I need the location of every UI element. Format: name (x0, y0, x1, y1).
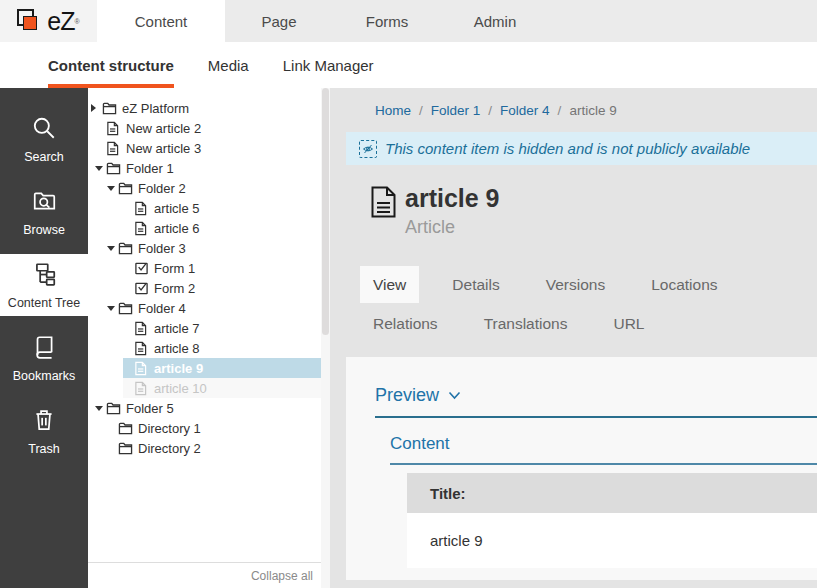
tree-item-label: Folder 3 (138, 241, 186, 256)
sidebar-item-label: Content Tree (8, 296, 80, 310)
hidden-notice-text: This content item is hidden and is not p… (385, 140, 750, 157)
tab-relations[interactable]: Relations (360, 305, 451, 342)
breadcrumb-link-folder-1[interactable]: Folder 1 (431, 103, 481, 118)
tree-item-directory-2[interactable]: Directory 2 (107, 438, 321, 458)
preview-heading: Preview (375, 385, 439, 406)
secondary-tab-link-manager[interactable]: Link Manager (283, 42, 374, 88)
folder-icon (106, 161, 121, 175)
tree-item-form-2[interactable]: Form 2 (123, 278, 321, 298)
field-label: Title: (407, 473, 817, 513)
form-icon (134, 261, 149, 275)
ez-logo[interactable]: eZ ® (0, 0, 97, 42)
tree-expanded-arrow-icon[interactable] (107, 246, 118, 251)
tree-expanded-arrow-icon[interactable] (95, 166, 106, 171)
bookmarks-icon (31, 334, 57, 369)
content-tree-panel: eZ PlatformNew article 2New article 3Fol… (88, 88, 330, 588)
browse-icon (31, 188, 58, 223)
folder-icon (102, 101, 117, 115)
breadcrumb-current: article 9 (569, 103, 616, 118)
tab-versions[interactable]: Versions (533, 266, 618, 303)
tree-footer: Collapse all (88, 562, 321, 588)
breadcrumb-link-home[interactable]: Home (375, 103, 411, 118)
content-tab-bar: ViewDetailsVersionsLocationsRelationsTra… (360, 266, 817, 342)
tree-item-new-article-2[interactable]: New article 2 (95, 118, 321, 138)
sidebar-item-label: Search (24, 150, 64, 164)
page-title: article 9 (405, 183, 500, 213)
folder-icon (118, 301, 133, 315)
sidebar-item-trash[interactable]: Trash (0, 400, 88, 462)
tree-item-label: Directory 2 (138, 441, 201, 456)
tree-item-label: article 7 (154, 321, 200, 336)
secondary-tab-content-structure[interactable]: Content structure (48, 42, 174, 88)
trash-icon (31, 407, 57, 442)
tree-item-form-1[interactable]: Form 1 (123, 258, 321, 278)
primary-tab-content[interactable]: Content (97, 0, 225, 42)
tree-item-article-5[interactable]: article 5 (123, 198, 321, 218)
folder-icon (118, 241, 133, 255)
folder-icon (106, 401, 121, 415)
article-icon (134, 361, 149, 376)
tree-item-new-article-3[interactable]: New article 3 (95, 138, 321, 158)
tree-item-label: article 6 (154, 221, 200, 236)
breadcrumb-link-folder-4[interactable]: Folder 4 (500, 103, 550, 118)
tree-item-article-8[interactable]: article 8 (123, 338, 321, 358)
tree-item-directory-1[interactable]: Directory 1 (107, 418, 321, 438)
tree-item-folder-5[interactable]: Folder 5 (95, 398, 321, 418)
breadcrumb: Home/Folder 1/Folder 4/article 9 (330, 88, 817, 118)
article-icon (106, 121, 121, 136)
tree-item-label: New article 3 (126, 141, 201, 156)
tree-item-folder-3[interactable]: Folder 3 (107, 238, 321, 258)
preview-toggle[interactable]: Preview (375, 385, 817, 406)
tree-item-label: New article 2 (126, 121, 201, 136)
tab-locations[interactable]: Locations (638, 266, 730, 303)
tree-item-label: Form 2 (154, 281, 195, 296)
tree-item-article-6[interactable]: article 6 (123, 218, 321, 238)
sidebar-item-bookmarks[interactable]: Bookmarks (0, 327, 88, 389)
content-tree-list: eZ PlatformNew article 2New article 3Fol… (88, 98, 330, 458)
tree-item-folder-1[interactable]: Folder 1 (95, 158, 321, 178)
content-divider (390, 463, 817, 465)
primary-tab-admin[interactable]: Admin (441, 0, 549, 42)
sidebar-item-content-tree[interactable]: Content Tree (0, 254, 88, 316)
tree-scrollbar-thumb[interactable] (322, 88, 329, 335)
folder-icon (118, 441, 133, 455)
ez-logo-text: eZ (47, 7, 74, 36)
tree-item-label: eZ Platform (122, 101, 189, 116)
folder-icon (118, 181, 133, 195)
primary-tab-forms[interactable]: Forms (333, 0, 441, 42)
title-field: Title: article 9 (407, 473, 817, 568)
tree-item-article-7[interactable]: article 7 (123, 318, 321, 338)
search-icon (31, 115, 57, 150)
tab-translations[interactable]: Translations (471, 305, 581, 342)
tree-item-folder-2[interactable]: Folder 2 (107, 178, 321, 198)
tab-details[interactable]: Details (439, 266, 512, 303)
secondary-tab-media[interactable]: Media (208, 42, 249, 88)
preview-divider (375, 416, 817, 418)
tree-item-folder-4[interactable]: Folder 4 (107, 298, 321, 318)
tree-scrollbar[interactable] (321, 88, 330, 588)
content-fieldgroup-heading: Content (390, 434, 817, 454)
tree-collapsed-arrow-icon[interactable] (91, 104, 102, 112)
breadcrumb-separator: / (419, 103, 423, 118)
tree-item-article-9[interactable]: article 9 (123, 358, 321, 378)
sidebar-item-search[interactable]: Search (0, 108, 88, 170)
tree-item-label: article 8 (154, 341, 200, 356)
content-fieldgroup: Content Title: article 9 (390, 434, 817, 568)
article-icon (134, 221, 149, 236)
tree-item-article-10[interactable]: article 10 (123, 378, 321, 398)
top-bar: eZ ® ContentPageFormsAdmin (0, 0, 817, 42)
form-icon (134, 281, 149, 295)
ez-logo-icon (17, 8, 43, 34)
tree-expanded-arrow-icon[interactable] (107, 306, 118, 311)
tree-expanded-arrow-icon[interactable] (95, 406, 106, 411)
article-icon (106, 141, 121, 156)
collapse-all-button[interactable]: Collapse all (251, 569, 313, 583)
tab-view[interactable]: View (360, 266, 419, 303)
content-type-label: Article (405, 217, 500, 238)
sidebar-item-browse[interactable]: Browse (0, 181, 88, 243)
primary-tab-page[interactable]: Page (225, 0, 333, 42)
tab-url[interactable]: URL (600, 305, 657, 342)
breadcrumb-separator: / (558, 103, 562, 118)
tree-item-ez-platform[interactable]: eZ Platform (91, 98, 321, 118)
tree-expanded-arrow-icon[interactable] (107, 186, 118, 191)
